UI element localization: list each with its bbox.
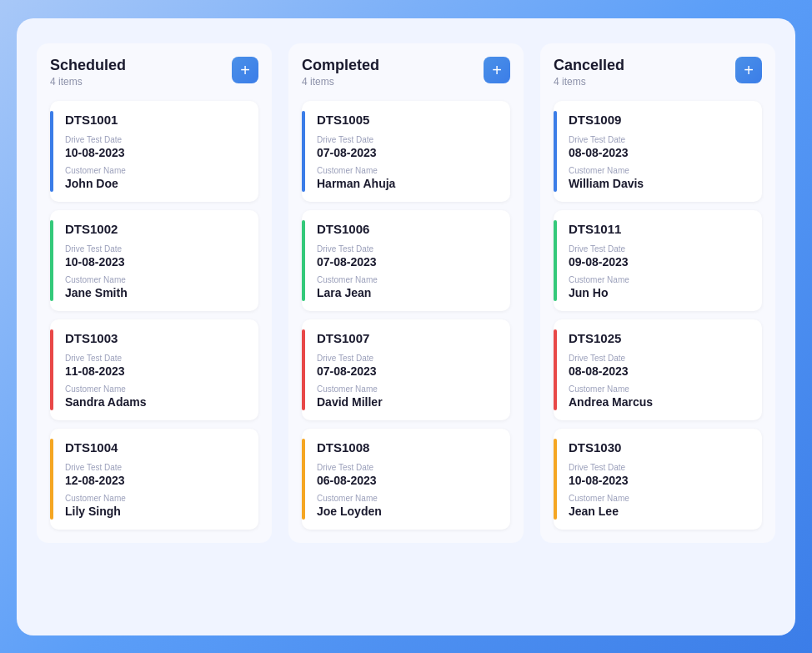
card-accent-bar bbox=[554, 111, 557, 192]
table-row[interactable]: DTS1001Drive Test Date10-08-2023Customer… bbox=[50, 101, 258, 202]
column-title-group-completed: Completed4 items bbox=[302, 57, 379, 88]
customer-name-value: Joe Loyden bbox=[317, 505, 499, 518]
column-header-completed: Completed4 items+ bbox=[302, 57, 510, 88]
card-id: DTS1009 bbox=[569, 113, 750, 127]
drive-test-date-label: Drive Test Date bbox=[317, 244, 499, 254]
drive-test-date-label: Drive Test Date bbox=[569, 135, 750, 144]
add-button-scheduled[interactable]: + bbox=[232, 57, 258, 83]
card-accent-bar bbox=[302, 329, 305, 410]
customer-name-value: Lily Singh bbox=[65, 505, 247, 518]
drive-test-date-value: 07-08-2023 bbox=[317, 255, 499, 269]
card-id: DTS1030 bbox=[569, 440, 750, 455]
table-row[interactable]: DTS1025Drive Test Date08-08-2023Customer… bbox=[554, 319, 762, 420]
card-id: DTS1001 bbox=[65, 113, 247, 127]
customer-name-label: Customer Name bbox=[65, 166, 247, 175]
card-id: DTS1025 bbox=[569, 331, 750, 345]
table-row[interactable]: DTS1005Drive Test Date07-08-2023Customer… bbox=[302, 101, 510, 202]
drive-test-date-label: Drive Test Date bbox=[317, 463, 499, 472]
card-accent-bar bbox=[302, 439, 305, 520]
table-row[interactable]: DTS1002Drive Test Date10-08-2023Customer… bbox=[50, 210, 258, 311]
column-header-cancelled: Cancelled4 items+ bbox=[554, 57, 762, 88]
column-title-completed: Completed bbox=[302, 57, 379, 74]
card-accent-bar bbox=[50, 329, 53, 410]
column-count-cancelled: 4 items bbox=[554, 76, 624, 88]
card-accent-bar bbox=[302, 220, 305, 301]
column-title-cancelled: Cancelled bbox=[554, 57, 624, 74]
table-row[interactable]: DTS1008Drive Test Date06-08-2023Customer… bbox=[302, 429, 510, 530]
column-scheduled: Scheduled4 items+DTS1001Drive Test Date1… bbox=[37, 43, 272, 543]
card-accent-bar bbox=[50, 111, 53, 192]
customer-name-label: Customer Name bbox=[317, 494, 499, 503]
customer-name-label: Customer Name bbox=[65, 494, 247, 503]
drive-test-date-label: Drive Test Date bbox=[65, 354, 247, 363]
card-accent-bar bbox=[554, 439, 557, 520]
table-row[interactable]: DTS1011Drive Test Date09-08-2023Customer… bbox=[554, 210, 762, 311]
card-id: DTS1003 bbox=[65, 331, 247, 345]
customer-name-value: William Davis bbox=[569, 177, 750, 190]
card-id: DTS1011 bbox=[569, 222, 750, 236]
drive-test-date-value: 08-08-2023 bbox=[569, 146, 750, 159]
drive-test-date-value: 12-08-2023 bbox=[65, 474, 247, 487]
customer-name-value: John Doe bbox=[65, 177, 247, 190]
card-accent-bar bbox=[302, 111, 305, 192]
customer-name-label: Customer Name bbox=[569, 275, 750, 284]
column-count-scheduled: 4 items bbox=[50, 76, 126, 88]
table-row[interactable]: DTS1030Drive Test Date10-08-2023Customer… bbox=[554, 429, 762, 530]
customer-name-value: Harman Ahuja bbox=[317, 177, 499, 190]
column-count-completed: 4 items bbox=[302, 76, 379, 88]
card-id: DTS1004 bbox=[65, 440, 247, 455]
cards-list-completed: DTS1005Drive Test Date07-08-2023Customer… bbox=[302, 101, 510, 530]
column-completed: Completed4 items+DTS1005Drive Test Date0… bbox=[288, 43, 524, 543]
customer-name-value: David Miller bbox=[317, 395, 499, 409]
card-id: DTS1008 bbox=[317, 440, 499, 455]
drive-test-date-label: Drive Test Date bbox=[65, 244, 247, 254]
drive-test-date-label: Drive Test Date bbox=[317, 135, 499, 144]
drive-test-date-label: Drive Test Date bbox=[569, 244, 750, 254]
customer-name-value: Lara Jean bbox=[317, 286, 499, 299]
customer-name-value: Jun Ho bbox=[569, 286, 750, 299]
kanban-board: Scheduled4 items+DTS1001Drive Test Date1… bbox=[37, 43, 775, 543]
drive-test-date-value: 07-08-2023 bbox=[317, 146, 499, 159]
customer-name-label: Customer Name bbox=[317, 275, 499, 284]
drive-test-date-label: Drive Test Date bbox=[569, 354, 750, 363]
customer-name-label: Customer Name bbox=[569, 166, 750, 175]
drive-test-date-value: 08-08-2023 bbox=[569, 364, 750, 378]
table-row[interactable]: DTS1007Drive Test Date07-08-2023Customer… bbox=[302, 319, 510, 420]
add-button-completed[interactable]: + bbox=[484, 57, 510, 83]
column-title-scheduled: Scheduled bbox=[50, 57, 126, 74]
table-row[interactable]: DTS1009Drive Test Date08-08-2023Customer… bbox=[554, 101, 762, 202]
card-id: DTS1006 bbox=[317, 222, 499, 236]
drive-test-date-value: 10-08-2023 bbox=[569, 474, 750, 487]
customer-name-label: Customer Name bbox=[569, 494, 750, 503]
column-title-group-scheduled: Scheduled4 items bbox=[50, 57, 126, 88]
card-id: DTS1007 bbox=[317, 331, 499, 345]
customer-name-label: Customer Name bbox=[317, 384, 499, 394]
customer-name-value: Sandra Adams bbox=[65, 395, 247, 409]
customer-name-label: Customer Name bbox=[569, 384, 750, 394]
add-button-cancelled[interactable]: + bbox=[735, 57, 762, 83]
customer-name-value: Jane Smith bbox=[65, 286, 247, 299]
card-accent-bar bbox=[554, 329, 557, 410]
cards-list-cancelled: DTS1009Drive Test Date08-08-2023Customer… bbox=[554, 101, 762, 530]
customer-name-value: Jean Lee bbox=[569, 505, 750, 518]
main-board: Scheduled4 items+DTS1001Drive Test Date1… bbox=[17, 18, 795, 635]
customer-name-label: Customer Name bbox=[65, 275, 247, 284]
card-accent-bar bbox=[50, 439, 53, 520]
customer-name-label: Customer Name bbox=[317, 166, 499, 175]
customer-name-label: Customer Name bbox=[65, 384, 247, 394]
drive-test-date-label: Drive Test Date bbox=[569, 463, 750, 472]
table-row[interactable]: DTS1006Drive Test Date07-08-2023Customer… bbox=[302, 210, 510, 311]
drive-test-date-value: 06-08-2023 bbox=[317, 474, 499, 487]
column-title-group-cancelled: Cancelled4 items bbox=[554, 57, 624, 88]
column-header-scheduled: Scheduled4 items+ bbox=[50, 57, 258, 88]
drive-test-date-value: 07-08-2023 bbox=[317, 364, 499, 378]
customer-name-value: Andrea Marcus bbox=[569, 395, 750, 409]
card-accent-bar bbox=[554, 220, 557, 301]
cards-list-scheduled: DTS1001Drive Test Date10-08-2023Customer… bbox=[50, 101, 258, 530]
drive-test-date-label: Drive Test Date bbox=[65, 463, 247, 472]
card-id: DTS1005 bbox=[317, 113, 499, 127]
drive-test-date-value: 10-08-2023 bbox=[65, 255, 247, 269]
table-row[interactable]: DTS1003Drive Test Date11-08-2023Customer… bbox=[50, 319, 258, 420]
drive-test-date-value: 10-08-2023 bbox=[65, 146, 247, 159]
table-row[interactable]: DTS1004Drive Test Date12-08-2023Customer… bbox=[50, 429, 258, 530]
